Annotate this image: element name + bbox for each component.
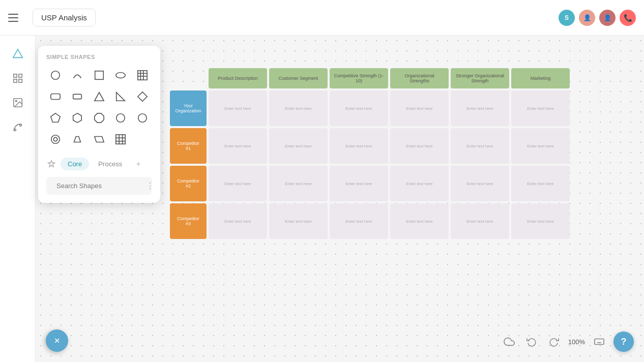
svg-rect-1 [13, 74, 16, 77]
svg-point-6 [15, 100, 17, 102]
cloud-icon[interactable] [501, 334, 517, 350]
col-product: Product Description [209, 68, 267, 88]
row-header-1[interactable]: Competitor #1 [170, 128, 207, 164]
svg-marker-20 [116, 93, 125, 101]
star-icon [46, 159, 56, 169]
table-shape[interactable] [133, 66, 152, 84]
curve-sidebar-icon[interactable] [8, 117, 28, 137]
table-cell[interactable]: Enter text here [390, 166, 449, 201]
svg-marker-29 [74, 137, 80, 142]
image-sidebar-icon[interactable] [8, 93, 28, 113]
svg-rect-17 [51, 94, 60, 100]
avatar-r[interactable]: 👤 [599, 10, 616, 26]
svg-point-26 [138, 114, 147, 123]
hexagon-shape[interactable] [68, 109, 86, 127]
bottom-controls: 100% ? [501, 331, 634, 352]
table-cell[interactable]: Enter text here [330, 128, 388, 164]
circle-shape[interactable] [46, 66, 65, 84]
shapes-grid [46, 66, 152, 148]
panel-tabs: Core Process + [46, 157, 152, 171]
table-cell[interactable]: Enter text here [451, 203, 509, 239]
rect-outline-shape[interactable] [68, 87, 86, 106]
parallelogram-shape[interactable] [90, 130, 108, 148]
table-cell[interactable]: Enter text here [209, 166, 267, 201]
help-button[interactable]: ? [613, 331, 634, 352]
shapes-sidebar-icon[interactable] [8, 44, 28, 64]
more-options-icon[interactable]: ⋮ [146, 181, 154, 191]
avatar-b[interactable]: 👤 [579, 10, 595, 26]
col-org: Organizational Strengths [390, 68, 449, 88]
svg-marker-0 [13, 49, 22, 58]
svg-point-9 [51, 71, 60, 80]
menu-button[interactable] [8, 10, 24, 26]
svg-rect-10 [95, 71, 103, 80]
right-triangle-shape[interactable] [111, 87, 130, 106]
col-stronger: Stronger Organizational Strength [451, 68, 509, 88]
svg-marker-21 [138, 92, 147, 101]
table-cell[interactable]: Enter text here [330, 90, 388, 126]
avatar-s[interactable]: S [559, 10, 575, 26]
table-cell[interactable]: Enter text here [511, 203, 570, 239]
search-input[interactable] [56, 182, 142, 190]
svg-rect-18 [73, 94, 82, 99]
col-customer: Customer Segment [269, 68, 328, 88]
keyboard-icon[interactable] [591, 334, 607, 350]
table-cell[interactable]: Enter text here [451, 128, 509, 164]
diagram-container: Product Description Customer Segment Com… [168, 66, 624, 241]
table-cell[interactable]: Enter text here [269, 90, 328, 126]
table-cell[interactable]: Enter text here [209, 128, 267, 164]
phone-icon[interactable]: 📞 [620, 10, 636, 26]
rounded-rect-shape[interactable] [46, 87, 65, 106]
trapezoid-shape[interactable] [68, 130, 86, 148]
circle2-shape[interactable] [111, 109, 130, 127]
usp-table: Product Description Customer Segment Com… [168, 66, 572, 241]
arc-shape[interactable] [68, 66, 86, 84]
table-cell[interactable]: Enter text here [451, 166, 509, 201]
table-cell[interactable]: Enter text here [451, 90, 509, 126]
redo-icon[interactable] [546, 334, 562, 350]
table-cell[interactable]: Enter text here [390, 128, 449, 164]
svg-marker-24 [94, 113, 103, 123]
document-title[interactable]: USP Analysis [33, 9, 96, 26]
svg-point-11 [116, 73, 125, 78]
octagon-shape[interactable] [90, 109, 108, 127]
search-bar: ⋮ [46, 177, 152, 195]
table-cell[interactable]: Enter text here [330, 203, 388, 239]
svg-rect-3 [13, 79, 16, 82]
row-header-3[interactable]: Competitor #3 [170, 203, 207, 239]
table-cell[interactable]: Enter text here [330, 166, 388, 201]
table-cell[interactable]: Enter text here [390, 203, 449, 239]
row-header-0[interactable]: Your Organization [170, 90, 207, 126]
diamond-shape[interactable] [133, 87, 152, 106]
table-cell[interactable]: Enter text here [511, 128, 570, 164]
svg-marker-30 [94, 137, 103, 142]
table-cell[interactable]: Enter text here [269, 128, 328, 164]
svg-rect-31 [116, 135, 125, 144]
table-cell[interactable]: Enter text here [511, 166, 570, 201]
square-shape[interactable] [90, 66, 108, 84]
table-cell[interactable]: Enter text here [209, 90, 267, 126]
pentagon-shape[interactable] [46, 109, 65, 127]
undo-icon[interactable] [523, 334, 540, 350]
table-cell[interactable]: Enter text here [269, 166, 328, 201]
grid2-shape[interactable] [111, 130, 130, 148]
svg-point-8 [19, 125, 21, 127]
ellipse-shape[interactable] [111, 66, 130, 84]
row-header-2[interactable]: Competitor #2 [170, 166, 207, 201]
table-cell[interactable]: Enter text here [269, 203, 328, 239]
svg-point-25 [116, 114, 125, 123]
add-tab-button[interactable]: + [131, 157, 145, 171]
donut-shape[interactable] [46, 130, 65, 148]
core-tab[interactable]: Core [61, 158, 89, 170]
svg-rect-2 [18, 74, 21, 77]
svg-marker-23 [73, 113, 82, 123]
process-tab[interactable]: Process [91, 158, 129, 170]
circle3-shape[interactable] [133, 109, 152, 127]
table-cell[interactable]: Enter text here [390, 90, 449, 126]
grid-sidebar-icon[interactable] [8, 68, 28, 88]
table-cell[interactable]: Enter text here [209, 203, 267, 239]
table-cell[interactable]: Enter text here [511, 90, 570, 126]
triangle-shape[interactable] [90, 87, 108, 106]
svg-rect-12 [138, 71, 147, 80]
header-actions: S 👤 👤 📞 [559, 10, 636, 26]
